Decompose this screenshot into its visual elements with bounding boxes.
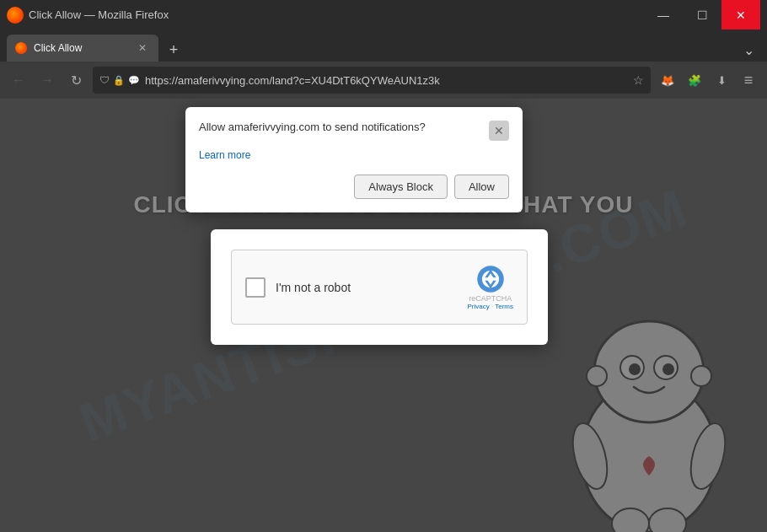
tab-bar-right: ⌄ (737, 38, 760, 62)
nav-right-buttons: 🦊 🧩 ⬇ ≡ (656, 68, 760, 92)
forward-button[interactable]: → (35, 68, 59, 92)
captcha-right: reCAPTCHA Privacy · Terms (467, 264, 513, 310)
recaptcha-links: Privacy · Terms (467, 303, 513, 310)
allow-button[interactable]: Allow (454, 175, 509, 199)
popup-title: Allow amaferivvying.com to send notifica… (199, 121, 489, 133)
tab-title: Click Allow (34, 42, 128, 54)
window-title: Click Allow — Mozilla Firefox (29, 8, 169, 21)
maximize-button[interactable]: ☐ (683, 0, 721, 30)
refresh-button[interactable]: ↻ (64, 68, 88, 92)
popup-header: Allow amaferivvying.com to send notifica… (199, 121, 509, 141)
firefox-logo-icon (7, 7, 24, 24)
terms-link[interactable]: Terms (495, 303, 513, 310)
notification-popup: Allow amaferivvying.com to send notifica… (185, 107, 523, 212)
popup-buttons: Always Block Allow (199, 175, 509, 199)
url-text: https://amaferivvying.com/land?c=XU4DtT6… (145, 74, 628, 87)
shield-icon: 🛡 (99, 74, 110, 86)
download-button[interactable]: ⬇ (710, 68, 733, 92)
lock-icon: 🔒 (113, 75, 125, 86)
title-bar: Click Allow — Mozilla Firefox — ☐ ✕ (0, 0, 767, 30)
captcha-left: I'm not a robot (245, 277, 351, 298)
captcha-box: I'm not a robot reCAPTCHA Privacy · Term… (231, 250, 528, 325)
menu-button[interactable]: ≡ (737, 68, 760, 92)
close-button[interactable]: ✕ (721, 0, 760, 30)
notification-permission-icon: 💬 (128, 75, 140, 86)
title-bar-controls: — ☐ ✕ (644, 0, 760, 30)
new-tab-button[interactable]: + (162, 38, 185, 62)
popup-close-button[interactable]: ✕ (489, 121, 509, 141)
nav-bar: ← → ↻ 🛡 🔒 💬 https://amaferivvying.com/la… (0, 62, 767, 99)
recaptcha-icon (475, 264, 506, 294)
tab-close-button[interactable]: ✕ (135, 40, 150, 56)
title-bar-left: Click Allow — Mozilla Firefox (7, 7, 169, 24)
recaptcha-brand-text: reCAPTCHA (469, 294, 512, 303)
extensions-button[interactable]: 🧩 (683, 68, 706, 92)
captcha-container: I'm not a robot reCAPTCHA Privacy · Term… (211, 229, 548, 345)
back-button[interactable]: ← (7, 68, 30, 92)
active-tab[interactable]: Click Allow ✕ (7, 35, 158, 62)
tab-favicon-icon (15, 42, 27, 54)
always-block-button[interactable]: Always Block (354, 175, 448, 199)
captcha-checkbox[interactable] (245, 277, 266, 298)
minimize-button[interactable]: — (644, 0, 683, 30)
save-to-pocket-button[interactable]: 🦊 (656, 68, 679, 92)
tab-bar: Click Allow ✕ + ⌄ (0, 30, 767, 62)
privacy-link[interactable]: Privacy (467, 303, 489, 310)
address-icons: 🛡 🔒 💬 (99, 74, 140, 86)
bookmark-icon[interactable]: ☆ (633, 73, 644, 87)
address-bar[interactable]: 🛡 🔒 💬 https://amaferivvying.com/land?c=X… (93, 67, 651, 94)
browser-window: Click Allow — Mozilla Firefox — ☐ ✕ Clic… (0, 0, 767, 532)
captcha-label: I'm not a robot (276, 281, 351, 294)
page-content: MYANTISPYWARE.COM CLICK «ALLOW» TO CONFI… (0, 99, 767, 532)
tab-overflow-button[interactable]: ⌄ (737, 38, 760, 62)
learn-more-link[interactable]: Learn more (199, 149, 509, 161)
